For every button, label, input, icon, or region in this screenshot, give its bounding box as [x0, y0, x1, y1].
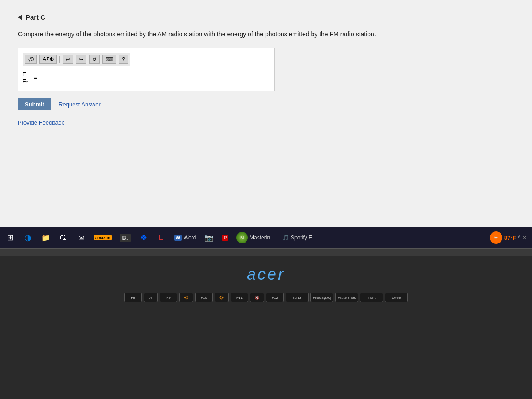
store-icon[interactable]: 🛍 — [55, 229, 72, 246]
word-app[interactable]: W Word — [171, 229, 200, 246]
collapse-icon[interactable] — [18, 15, 22, 20]
key-pause[interactable]: Pause Break — [335, 293, 358, 302]
laptop-body: acer F8 A F9 🔅 F10 🔆 F11 🔇 F12 Scr Lk Pr… — [0, 248, 532, 399]
question-text: Compare the energy of the photons emitte… — [18, 30, 514, 39]
spotify-icon: 🎵 — [282, 235, 289, 241]
browser-icon: ◑ — [24, 233, 31, 243]
laptop-hinge — [0, 248, 532, 256]
equals-sign: = — [34, 74, 37, 82]
camera-icon: 📷 — [204, 234, 213, 242]
key-scrlk[interactable]: Scr Lk — [286, 293, 309, 302]
request-answer-link[interactable]: Request Answer — [59, 101, 101, 108]
mail-icon[interactable]: ✉ — [73, 229, 90, 246]
word-w-label: W — [174, 235, 182, 241]
file-explorer-icon[interactable]: 📁 — [37, 229, 54, 246]
toolbar-separator — [59, 56, 60, 63]
fraction-denominator: E₂ — [23, 78, 28, 85]
masteringphysics-app[interactable]: M Masterin... — [233, 229, 278, 246]
answer-input[interactable] — [43, 72, 233, 84]
key-f11[interactable]: F11 — [231, 293, 248, 302]
bag-icon: 🛍 — [60, 234, 67, 242]
redo-button[interactable]: ↪ — [76, 55, 86, 64]
sqrt-icon: √0 — [28, 56, 34, 63]
key-f9-fn[interactable]: 🔅 — [179, 293, 193, 302]
dropbox-icon[interactable]: ❖ — [135, 229, 152, 246]
temperature-label: 87°F — [504, 235, 516, 241]
key-f8-a[interactable]: A — [144, 293, 158, 302]
p-label: P — [222, 235, 228, 241]
action-row: Submit Request Answer — [18, 98, 514, 110]
fraction-input-row: E₁ E₂ = — [23, 70, 270, 86]
zoom-icon[interactable]: 📷 — [200, 229, 217, 246]
part-header: Part C — [18, 13, 514, 21]
p-app[interactable]: P — [218, 229, 232, 246]
undo-button[interactable]: ↩ — [63, 55, 73, 64]
redo-icon: ↪ — [79, 56, 83, 63]
folder-icon: 📁 — [41, 234, 50, 242]
b-label: B. — [120, 234, 131, 242]
masteringphysics-label: Masterin... — [250, 235, 274, 241]
answer-area: √0 ΑΣΦ ↩ ↪ ↺ ⌨ ? E₁ — [18, 48, 275, 91]
onenote-icon[interactable]: 🗒 — [153, 229, 170, 246]
b-app[interactable]: B. — [116, 229, 134, 246]
help-button[interactable]: ? — [119, 55, 128, 64]
close-icon[interactable]: ✕ — [522, 235, 527, 241]
refresh-icon: ↺ — [92, 56, 97, 63]
sqrt-button[interactable]: √0 — [25, 55, 37, 64]
key-insert[interactable]: Insert — [360, 293, 383, 302]
help-icon: ? — [122, 56, 125, 63]
key-f8[interactable]: F8 — [124, 293, 142, 302]
dropbox-symbol: ❖ — [140, 233, 147, 243]
chevron-icon[interactable]: ^ — [518, 235, 520, 241]
editor-toolbar: √0 ΑΣΦ ↩ ↪ ↺ ⌨ ? — [23, 53, 130, 66]
key-f12[interactable]: F12 — [266, 293, 284, 302]
undo-icon: ↩ — [66, 56, 70, 63]
amazon-label: amazon — [94, 235, 112, 240]
fraction-numerator: E₁ — [23, 71, 28, 78]
key-f11-fn[interactable]: 🔇 — [250, 293, 264, 302]
masteringphysics-icon: M — [236, 232, 248, 243]
weather-icon: ☀ — [490, 231, 502, 244]
word-label: Word — [184, 235, 196, 241]
key-f10-fn[interactable]: 🔆 — [215, 293, 229, 302]
laptop-keyboard-area: acer F8 A F9 🔅 F10 🔆 F11 🔇 F12 Scr Lk Pr… — [66, 256, 466, 305]
start-button[interactable]: ⊞ — [2, 229, 19, 246]
taskbar: ⊞ ◑ 📁 🛍 ✉ amazon B. ❖ 🗒 W Word 📷 P — [0, 227, 532, 248]
key-f10[interactable]: F10 — [195, 293, 213, 302]
provide-feedback-link[interactable]: Provide Feedback — [18, 119, 514, 126]
acer-logo: acer — [247, 265, 285, 284]
fraction-label: E₁ E₂ — [23, 71, 28, 85]
keyboard-button[interactable]: ⌨ — [102, 55, 116, 64]
key-delete[interactable]: Delete — [385, 293, 408, 302]
refresh-button[interactable]: ↺ — [89, 55, 100, 64]
edge-icon[interactable]: ◑ — [20, 229, 36, 246]
key-f9[interactable]: F9 — [160, 293, 177, 302]
amazon-app[interactable]: amazon — [90, 229, 115, 246]
spotify-app[interactable]: 🎵 Spotify F... — [279, 229, 319, 246]
envelope-icon: ✉ — [78, 234, 84, 242]
function-key-row: F8 A F9 🔅 F10 🔆 F11 🔇 F12 Scr Lk PrtSc S… — [124, 293, 408, 302]
key-prtscrn[interactable]: PrtSc SysRq — [310, 293, 333, 302]
greek-button[interactable]: ΑΣΦ — [39, 55, 57, 64]
system-tray: ☀ 87°F ^ ✕ — [490, 231, 530, 244]
keyboard-icon: ⌨ — [106, 56, 113, 63]
note-symbol: 🗒 — [158, 234, 165, 242]
weather-widget[interactable]: ☀ 87°F — [490, 231, 516, 244]
submit-button[interactable]: Submit — [18, 98, 51, 110]
greek-label: ΑΣΦ — [43, 56, 54, 63]
part-title: Part C — [26, 13, 45, 21]
spotify-label: Spotify F... — [291, 235, 316, 241]
screen-area: Part C Compare the energy of the photons… — [0, 0, 532, 248]
start-icon: ⊞ — [7, 233, 14, 243]
